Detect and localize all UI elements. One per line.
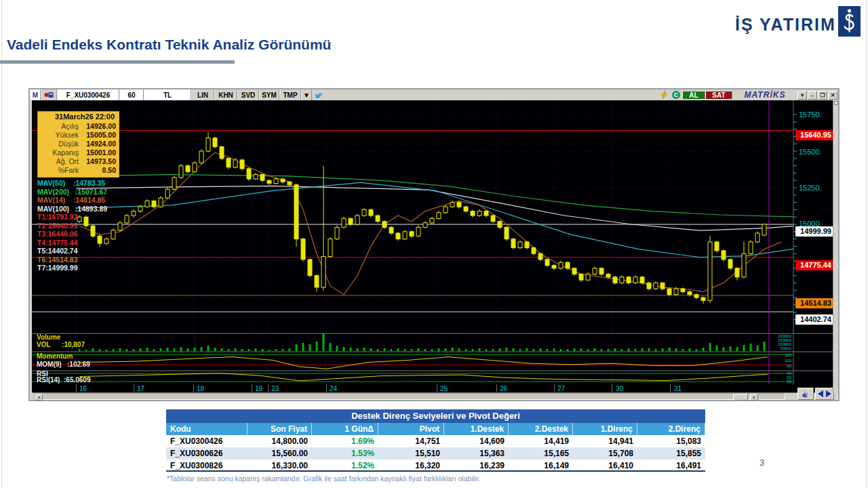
day-separator: [496, 384, 497, 393]
table-col-header: Kodu: [166, 423, 248, 435]
pivot-level-label: T2:15640.95: [37, 222, 107, 230]
mav-label: MAV(200) :15071.67: [37, 188, 107, 197]
info-box-row: Yüksek15005.00: [39, 131, 116, 140]
x-axis-day-label: 30: [616, 385, 623, 392]
page-number: 3: [760, 458, 764, 468]
sell-button[interactable]: SAT: [705, 92, 732, 99]
table-cell: 15,855: [637, 447, 705, 460]
info-value: 14924.00: [79, 140, 116, 148]
panel-scale-value: 110: [766, 353, 791, 357]
info-label: Yüksek: [39, 131, 79, 140]
day-separator: [326, 384, 327, 393]
x-axis-day-label: 18: [197, 385, 204, 392]
table-header-row: KoduSon Fiyat1 GünΔPivot1.Destek2.Destek…: [166, 423, 705, 435]
vertical-scroll-strip[interactable]: [833, 100, 838, 393]
pivot-level-label: T5:14402.74: [37, 247, 107, 256]
momentum-panel-title: Momentum: [37, 352, 73, 360]
table-row: F_XU030082616,330.001.52%16,32016,23916,…: [166, 460, 705, 472]
scrollbar-thumb[interactable]: [733, 394, 748, 401]
toolbar-cell-sym[interactable]: SYM: [259, 89, 279, 100]
x-axis-day-label: 27: [557, 385, 565, 392]
matriks-m-logo[interactable]: M: [30, 89, 41, 100]
panel-scale-value: 50000: [766, 346, 791, 350]
lightning-icon[interactable]: [658, 91, 670, 99]
scroll-right-icon[interactable]: ▸: [750, 394, 758, 401]
refresh-icon[interactable]: C: [670, 91, 682, 99]
matriks-quick-icon[interactable]: [797, 388, 814, 400]
momentum-value-label: MOM(9) :102.69: [37, 361, 90, 368]
table-cell: 15,165: [509, 447, 573, 460]
table-col-header: 1 GünΔ: [312, 423, 378, 435]
day-separator: [554, 384, 555, 393]
table-row: F_XU030042614,800.001.69%14,75114,60914,…: [166, 435, 705, 447]
info-label: Ağ. Ort: [39, 157, 79, 166]
day-separator: [76, 384, 77, 393]
panel-scale-value: 100: [766, 359, 791, 363]
volume-value-label: VOL :10,807: [37, 341, 85, 348]
ohlc-info-box: 31March26 22:00 Açılış14926.00Yüksek1500…: [37, 111, 119, 178]
bar-step-arrows-icon[interactable]: [815, 388, 834, 400]
toolbar-cell-tmp[interactable]: TMP: [279, 89, 301, 100]
window-restore-icon[interactable]: ❒: [818, 91, 827, 100]
alarm-icon[interactable]: [41, 89, 57, 100]
mav-label: MAV(100) :14893.89: [37, 205, 107, 214]
window-menu-icon[interactable]: ▾: [797, 91, 807, 100]
toolbar-cell-f_xu0300426[interactable]: F_XU0300426: [57, 89, 119, 100]
x-axis-day-label: 31: [674, 385, 682, 392]
info-box-row: Düşük14924.00: [39, 140, 116, 148]
toolbar-cell-60[interactable]: 60: [119, 89, 144, 100]
table-cell: 16,330.00: [248, 460, 312, 470]
chevron-down-icon[interactable]: ▼: [301, 89, 312, 100]
window-minimize-icon[interactable]: –: [808, 91, 817, 100]
pivot-level-label: T4:14775.44: [37, 239, 107, 247]
title-underline: [0, 60, 235, 64]
chart-plot-area: 31March26 22:00 Açılış14926.00Yüksek1500…: [32, 100, 834, 384]
slide-right-edge: [866, 0, 867, 488]
info-label: %Fark: [39, 166, 79, 175]
table-cell: 14,941: [573, 435, 637, 447]
table-cell: 14,751: [378, 435, 444, 447]
scroll-left-icon[interactable]: ◂: [35, 394, 43, 401]
x-axis-day-label: 23: [271, 385, 279, 392]
pivot-level-label: T7:14999.99: [37, 264, 107, 272]
contract-code: F_XU0300626: [166, 447, 248, 460]
table-cell: 15,083: [637, 435, 705, 447]
table-col-header: 1.Destek: [444, 423, 509, 435]
horizontal-scrollbar[interactable]: ◂ ▸: [34, 393, 785, 400]
toolbar-cell-svd[interactable]: SVD: [237, 89, 259, 100]
info-box-row: Kapanış15001.00: [39, 148, 116, 157]
table-cell: 1.69%: [312, 435, 378, 447]
toolbar-cell-lin[interactable]: LIN: [191, 89, 214, 100]
info-label: Düşük: [39, 140, 79, 148]
axis-settings-icon[interactable]: [834, 101, 838, 105]
toolbar-cell-khn[interactable]: KHN: [214, 89, 237, 100]
axis-price-badge: 15640.95: [795, 130, 836, 140]
table-col-header: 2.Destek: [509, 423, 573, 435]
table-footnote: *Tablolar seans sonu kapanış rakamlarıdı…: [167, 474, 480, 483]
table-col-header: Son Fiyat: [248, 423, 312, 435]
toolbar-cell-tl[interactable]: TL: [144, 89, 191, 100]
matriks-brand-logo: MATRİKS: [732, 90, 797, 100]
is-yatirim-logo-text: İŞ YATIRIM: [735, 15, 836, 35]
table-cell: 16,491: [637, 460, 705, 470]
support-resistance-table: Destek Direnç Seviyeleri ve Pivot Değeri…: [166, 409, 705, 472]
x-axis-day-label: 16: [79, 385, 87, 392]
window-close-icon[interactable]: ✕: [828, 91, 837, 100]
page-title: Vadeli Endeks Kontratı Teknik Analiz Gör…: [7, 37, 331, 53]
day-separator: [268, 384, 269, 393]
slide: Vadeli Endeks Kontratı Teknik Analiz Gör…: [0, 0, 868, 488]
price-chart-canvas: [32, 100, 834, 384]
pivot-level-label: T3:16446.06: [37, 230, 107, 239]
buy-button[interactable]: AL: [682, 92, 705, 99]
x-axis-day-label: 26: [500, 385, 507, 392]
indicator-value-labels: MAV(50) :14783.35MAV(200) :15071.67MAV(1…: [37, 179, 107, 272]
axis-price-badge: 14775.44: [795, 260, 836, 270]
twitter-icon[interactable]: [312, 89, 326, 100]
axis-tick-label: 15500.: [799, 148, 822, 156]
table-cell: 1.52%: [312, 460, 378, 470]
pivot-level-label: T1:16793.92: [37, 213, 107, 222]
table-cell: 16,320: [378, 460, 444, 470]
info-box-row: Açılış14926.00: [39, 122, 116, 131]
x-axis-strip: 1617181923242526273031: [32, 384, 834, 393]
panel-scale-value: 30: [766, 380, 791, 384]
